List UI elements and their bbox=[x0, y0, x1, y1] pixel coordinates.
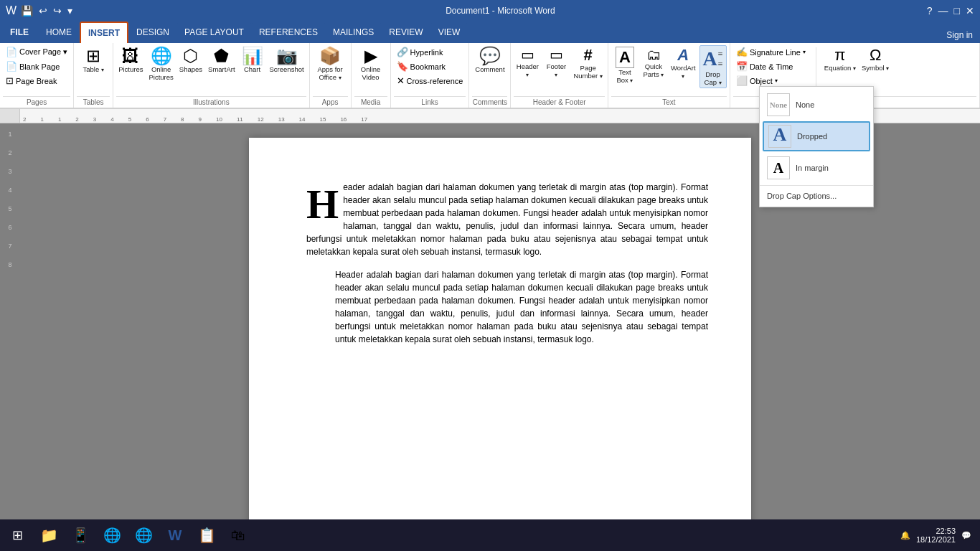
taskbar-right: 🔔 22:53 18/12/2021 💬 bbox=[900, 527, 977, 544]
cross-reference-btn[interactable]: ✕ Cross-reference bbox=[394, 74, 466, 88]
signature-line-btn[interactable]: ✍ Signature Line ▾ bbox=[733, 45, 809, 59]
wordart-btn[interactable]: A WordArt▾ bbox=[669, 45, 698, 81]
chrome-btn[interactable]: 🌐 bbox=[98, 522, 126, 549]
notification-panel-icon[interactable]: 💬 bbox=[961, 531, 971, 540]
tab-page-layout[interactable]: PAGE LAYOUT bbox=[177, 22, 251, 43]
word-page[interactable]: H eader adalah bagian dari halaman dokum… bbox=[249, 138, 751, 551]
notification-icon[interactable]: 🔔 bbox=[900, 531, 910, 540]
tab-home[interactable]: HOME bbox=[39, 22, 79, 43]
drop-cap-options-label: Drop Cap Options... bbox=[767, 192, 837, 200]
symbol-icon: Ω bbox=[870, 47, 881, 64]
ribbon-group-pages: 📄 Cover Page ▾ 📄 Blank Page ⊡ Page Break… bbox=[0, 43, 74, 108]
drop-cap-dropped-item[interactable]: A Dropped bbox=[763, 121, 870, 151]
tab-file[interactable]: FILE bbox=[0, 22, 39, 43]
equation-btn[interactable]: π Equation ▾ bbox=[822, 45, 858, 73]
quick-parts-btn[interactable]: 🗂 QuickParts ▾ bbox=[640, 45, 667, 80]
ribbon-group-header-footer: ▭ Header▾ ▭ Footer▾ # PageNumber ▾ Heade… bbox=[511, 43, 608, 108]
tab-insert[interactable]: INSERT bbox=[80, 22, 128, 43]
pictures-icon: 🖼 bbox=[122, 47, 139, 65]
taskbar: ⊞ 📁 📱 🌐 🌐 W 📋 🛍 🔔 22:53 18/12/2021 💬 bbox=[0, 519, 980, 551]
tab-review[interactable]: REVIEW bbox=[382, 22, 430, 43]
screenshot-icon: 📷 bbox=[276, 47, 298, 65]
word-taskbar-btn[interactable]: W bbox=[161, 522, 189, 549]
customize-qa-btn[interactable]: ▾ bbox=[66, 4, 74, 18]
pictures-btn[interactable]: 🖼 Pictures bbox=[116, 45, 145, 75]
ribbon-group-tables: ⊞ Table ▾ Tables bbox=[74, 43, 113, 108]
table-icon: ⊞ bbox=[86, 47, 100, 65]
smartart-btn[interactable]: ⬟ SmartArt bbox=[206, 45, 237, 75]
help-btn[interactable]: ? bbox=[927, 5, 933, 17]
window-title: Document1 - Microsoft Word bbox=[74, 6, 927, 16]
page-number-btn[interactable]: # PageNumber ▾ bbox=[571, 45, 604, 81]
hyperlink-btn[interactable]: 🔗 Hyperlink bbox=[394, 45, 446, 59]
comment-btn[interactable]: 💬 Comment bbox=[473, 45, 507, 75]
drop-cap-none-icon: None bbox=[767, 93, 790, 116]
drop-cap-options-item[interactable]: Drop Cap Options... bbox=[760, 188, 873, 204]
whatsapp-btn[interactable]: 📱 bbox=[66, 522, 95, 549]
symbol-btn[interactable]: Ω Symbol ▾ bbox=[859, 45, 891, 73]
online-pictures-icon: 🌐 bbox=[151, 47, 172, 65]
apps-group-label: Apps bbox=[313, 96, 348, 108]
footer-icon: ▭ bbox=[550, 47, 563, 62]
store-btn[interactable]: 🛍 bbox=[224, 522, 253, 549]
text-box-btn[interactable]: A TextBox ▾ bbox=[611, 45, 639, 85]
wordart-icon: A bbox=[677, 47, 689, 64]
title-bar-right: ? — □ ✕ bbox=[927, 5, 974, 17]
online-video-btn[interactable]: ▶ OnlineVideo bbox=[357, 45, 385, 83]
ribbon-group-links: 🔗 Hyperlink 🔖 Bookmark ✕ Cross-reference… bbox=[391, 43, 470, 108]
text-box-icon: A bbox=[616, 47, 634, 68]
ruler-corner bbox=[0, 109, 20, 123]
quick-access-toolbar: 💾 ↩ ↪ ▾ bbox=[19, 4, 74, 18]
quick-parts-icon: 🗂 bbox=[646, 47, 661, 62]
apps-for-office-btn[interactable]: 📦 Apps forOffice ▾ bbox=[315, 45, 344, 83]
drop-cap-none-label: None bbox=[796, 100, 814, 109]
smartart-icon: ⬟ bbox=[214, 47, 229, 65]
date-time-btn[interactable]: 📅 Date & Time bbox=[733, 60, 809, 73]
footer-btn[interactable]: ▭ Footer▾ bbox=[542, 45, 570, 80]
screenshot-btn[interactable]: 📷 Screenshot bbox=[268, 45, 306, 75]
undo-qa-btn[interactable]: ↩ bbox=[37, 4, 49, 18]
sign-in-btn[interactable]: Sign in bbox=[939, 27, 980, 43]
start-btn[interactable]: ⊞ bbox=[3, 522, 32, 549]
shapes-btn[interactable]: ⬡ Shapes bbox=[177, 45, 204, 75]
drop-cap-btn[interactable]: A ≡≡ DropCap ▾ bbox=[699, 45, 727, 88]
ribbon-group-comments: 💬 Comment Comments bbox=[469, 43, 511, 108]
cover-page-btn[interactable]: 📄 Cover Page ▾ bbox=[3, 45, 70, 59]
drop-cap-in-margin-item[interactable]: A In margin bbox=[760, 153, 873, 183]
drop-cap-dropped-icon: A bbox=[768, 125, 791, 148]
pages-group-label: Pages bbox=[3, 96, 70, 108]
ribbon-tab-row: FILE HOME INSERT DESIGN PAGE LAYOUT REFE… bbox=[0, 22, 980, 43]
file-explorer-btn[interactable]: 📁 bbox=[34, 522, 63, 549]
tab-design[interactable]: DESIGN bbox=[129, 22, 176, 43]
title-bar: W 💾 ↩ ↪ ▾ Document1 - Microsoft Word ? —… bbox=[0, 0, 980, 22]
tab-mailings[interactable]: MAILINGS bbox=[326, 22, 381, 43]
paragraph-1: H eader adalah bagian dari halaman dokum… bbox=[306, 181, 708, 258]
bookmark-btn[interactable]: 🔖 Bookmark bbox=[394, 60, 449, 73]
drop-cap-letter: H bbox=[306, 184, 339, 225]
chart-btn[interactable]: 📊 Chart bbox=[239, 45, 266, 75]
online-pictures-btn[interactable]: 🌐 OnlinePictures bbox=[146, 45, 175, 83]
page-break-btn[interactable]: ⊡ Page Break bbox=[3, 74, 70, 88]
ribbon-group-illustrations: 🖼 Pictures 🌐 OnlinePictures ⬡ Shapes ⬟ S… bbox=[113, 43, 309, 108]
text-group-label: Text bbox=[611, 96, 727, 108]
drop-cap-none-item[interactable]: None None bbox=[760, 90, 873, 120]
tab-references[interactable]: REFERENCES bbox=[252, 22, 325, 43]
header-btn[interactable]: ▭ Header▾ bbox=[514, 45, 541, 80]
close-btn[interactable]: ✕ bbox=[966, 5, 974, 17]
taskbar-date: 18/12/2021 bbox=[916, 535, 956, 544]
redo-qa-btn[interactable]: ↪ bbox=[52, 4, 63, 18]
chrome2-btn[interactable]: 🌐 bbox=[129, 522, 158, 549]
media-group-label: Media bbox=[354, 96, 387, 108]
comment-icon: 💬 bbox=[479, 47, 501, 65]
tab-view[interactable]: VIEW bbox=[431, 22, 468, 43]
equation-icon: π bbox=[834, 47, 845, 64]
vertical-ruler: 12345678 bbox=[0, 123, 20, 551]
minimize-btn[interactable]: — bbox=[938, 5, 948, 17]
task-btn[interactable]: 📋 bbox=[192, 522, 221, 549]
maximize-btn[interactable]: □ bbox=[954, 5, 960, 17]
drop-cap-dropdown: None None A Dropped A In margin Drop Cap… bbox=[759, 86, 874, 207]
save-qa-btn[interactable]: 💾 bbox=[19, 4, 34, 18]
blank-page-btn[interactable]: 📄 Blank Page bbox=[3, 60, 70, 73]
drop-cap-dropped-label: Dropped bbox=[797, 132, 827, 141]
table-btn[interactable]: ⊞ Table ▾ bbox=[80, 45, 107, 75]
